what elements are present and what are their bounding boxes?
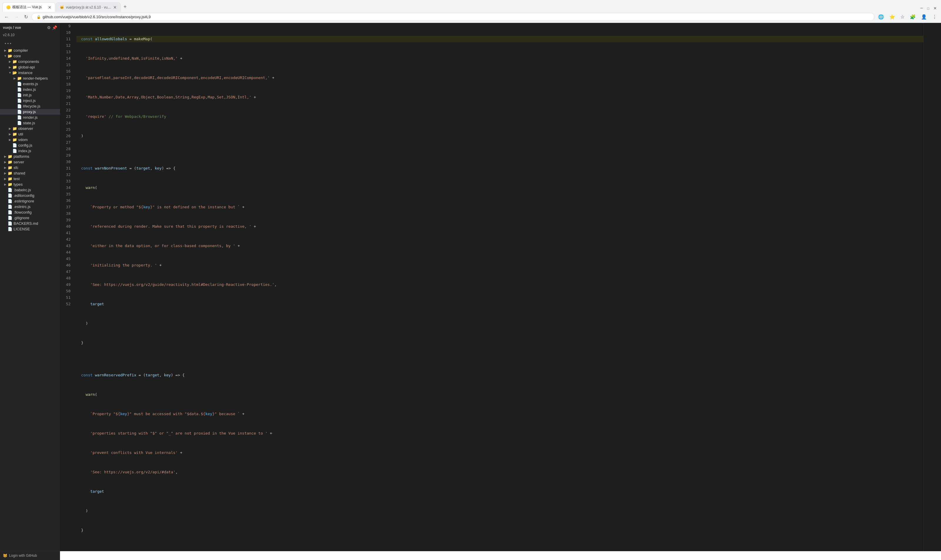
code-line-25: } — [76, 340, 923, 346]
login-with-github[interactable]: 🐱 Login with GitHub — [0, 551, 60, 551]
sidebar-item-util[interactable]: ▶ 📁 util — [0, 131, 60, 137]
sidebar-item-vdom[interactable]: ▶ 📁 vdom — [0, 137, 60, 143]
line-num-42: 42 — [60, 236, 74, 243]
folder-icon: 📁 — [8, 171, 12, 175]
code-line-10: 'Infinity,undefined,NaN,isFinite,isNaN,'… — [76, 55, 923, 62]
sidebar-item-instance[interactable]: ▼ 📂 instance — [0, 70, 60, 75]
line-num-40: 40 — [60, 223, 74, 230]
nav-back-button[interactable]: ← — [2, 13, 11, 21]
code-text[interactable]: const allowedGlobals = makeMap( 'Infinit… — [74, 23, 923, 551]
folder-icon: 📁 — [12, 126, 17, 131]
sidebar-item-server[interactable]: ▶ 📁 server — [0, 159, 60, 165]
sidebar-item-babelrc[interactable]: 📄 .babelrc.js — [0, 187, 60, 193]
sidebar-item-proxy[interactable]: 📄 proxy.js — [0, 109, 60, 115]
tab-title-github: vue/proxy.js at v2.6.10 · vue/... — [66, 5, 111, 9]
line-num-33: 33 — [60, 178, 74, 185]
code-line-19: 'referenced during render. Make sure tha… — [76, 223, 923, 230]
star-icon[interactable]: ☆ — [899, 13, 906, 21]
code-line-28: warn( — [76, 391, 923, 398]
sidebar-item-compiler[interactable]: ▶ 📁 compiler — [0, 48, 60, 53]
more-options-btn[interactable]: • • • — [0, 39, 60, 48]
sidebar-item-flowconfig[interactable]: 📄 .flowconfig — [0, 209, 60, 215]
nav-forward-button[interactable]: → — [12, 13, 21, 21]
sidebar-item-index[interactable]: 📄 index.js — [0, 87, 60, 92]
sidebar-item-state[interactable]: 📄 state.js — [0, 120, 60, 126]
chevron-right-icon: ▶ — [8, 127, 12, 130]
file-icon: 📄 — [8, 199, 12, 203]
code-line-17: warn( — [76, 185, 923, 191]
file-icon: 📄 — [8, 221, 12, 226]
dots-button[interactable]: • • • — [2, 40, 14, 47]
sidebar-item-configjs[interactable]: 📄 config.js — [0, 143, 60, 148]
line-num-48: 48 — [60, 275, 74, 282]
line-num-32: 32 — [60, 172, 74, 178]
line-num-37: 37 — [60, 204, 74, 210]
line-num-12: 12 — [60, 42, 74, 49]
sidebar-item-editorconfig[interactable]: 📄 .editorconfig — [0, 193, 60, 198]
chrome-maximize[interactable]: □ — [926, 5, 931, 12]
sidebar-item-render-helpers[interactable]: ▶ 📁 render-helpers — [0, 75, 60, 81]
sidebar-item-indexjs2[interactable]: 📄 index.js — [0, 148, 60, 154]
code-line-9: const allowedGlobals = makeMap( — [76, 36, 923, 42]
line-num-41: 41 — [60, 230, 74, 236]
sidebar-item-core[interactable]: ▼ 📂 core — [0, 53, 60, 59]
sidebar-item-eslintrc[interactable]: 📄 .eslintrc.js — [0, 204, 60, 209]
file-icon: 📄 — [8, 193, 12, 198]
chrome-minimize[interactable]: – — [919, 4, 925, 12]
new-tab-button[interactable]: + — [121, 3, 129, 11]
code-line-33: target — [76, 488, 923, 495]
chevron-right-icon: ▶ — [3, 49, 8, 52]
sidebar-item-license[interactable]: 📄 LICENSE — [0, 226, 60, 232]
code-line-29: `Property "${key}" must be accessed with… — [76, 411, 923, 417]
tab-favicon-github: 🐱 — [60, 5, 64, 9]
sidebar-item-eslintignore[interactable]: 📄 .eslintignore — [0, 198, 60, 204]
line-num-21: 21 — [60, 100, 74, 107]
line-num-34: 34 — [60, 185, 74, 191]
translate-icon[interactable]: 🌐 — [876, 13, 886, 21]
sidebar-item-gitignore[interactable]: 📄 .gitignore — [0, 215, 60, 221]
sidebar-item-backers[interactable]: 📄 BACKERS.md — [0, 221, 60, 226]
tab-close-github[interactable]: ✕ — [113, 5, 117, 10]
sidebar-item-shared[interactable]: ▶ 📁 shared — [0, 171, 60, 176]
line-numbers: 9 10 11 12 13 14 15 16 17 18 19 20 21 22… — [60, 23, 74, 551]
sidebar-item-platforms[interactable]: ▶ 📁 platforms — [0, 154, 60, 159]
sidebar-item-inject[interactable]: 📄 inject.js — [0, 98, 60, 103]
line-num-35: 35 — [60, 191, 74, 197]
sidebar-item-events[interactable]: 📄 events.js — [0, 81, 60, 87]
folder-icon: 📁 — [8, 160, 12, 164]
line-num-27: 27 — [60, 139, 74, 146]
tab-github[interactable]: 🐱 vue/proxy.js at v2.6.10 · vue/... ✕ — [56, 2, 120, 12]
file-icon: 📄 — [8, 205, 12, 209]
line-num-31: 31 — [60, 165, 74, 172]
line-num-52: 52 — [60, 301, 74, 307]
sidebar-item-init[interactable]: 📄 init.js — [0, 92, 60, 98]
tab-close-vuejs[interactable]: ✕ — [48, 5, 51, 10]
code-line-31: 'prevent conflicts with Vue internals' + — [76, 449, 923, 456]
bookmark-icon[interactable]: ⭐ — [887, 13, 897, 21]
chevron-right-icon: ▶ — [3, 172, 8, 175]
code-line-35: } — [76, 527, 923, 534]
sidebar-item-components[interactable]: ▶ 📁 components — [0, 59, 60, 65]
sidebar-item-sfc[interactable]: ▶ 📁 sfc — [0, 165, 60, 171]
profile-icon[interactable]: 👤 — [919, 13, 929, 21]
tab-vuejs[interactable]: 🟡 模板语法 — Vue.js ✕ — [2, 2, 55, 12]
sidebar-item-global-api[interactable]: ▶ 📁 global-api — [0, 65, 60, 70]
chrome-close[interactable]: ✕ — [932, 5, 939, 12]
menu-icon[interactable]: ⋮ — [930, 13, 939, 21]
minimap — [923, 23, 941, 551]
nav-refresh-button[interactable]: ↻ — [22, 13, 30, 21]
sidebar-item-observer[interactable]: ▶ 📁 observer — [0, 126, 60, 131]
line-num-17: 17 — [60, 75, 74, 81]
sidebar-item-render[interactable]: 📄 render.js — [0, 115, 60, 120]
address-bar[interactable]: 🔒 github.com/vuejs/vue/blob/v2.6.10/src/… — [31, 13, 875, 21]
file-icon: 📄 — [17, 93, 22, 97]
sidebar-item-types[interactable]: ▶ 📁 types — [0, 182, 60, 187]
folder-icon: 📁 — [12, 132, 17, 136]
line-num-10: 10 — [60, 29, 74, 36]
sidebar-settings-icon[interactable]: ⚙ — [47, 25, 51, 30]
sidebar-item-lifecycle[interactable]: 📄 lifecycle.js — [0, 103, 60, 109]
sidebar-pin-icon[interactable]: 📌 — [52, 25, 57, 30]
line-num-50: 50 — [60, 288, 74, 294]
extension-icon[interactable]: 🧩 — [908, 13, 918, 21]
sidebar-item-test[interactable]: ▶ 📁 test — [0, 176, 60, 182]
